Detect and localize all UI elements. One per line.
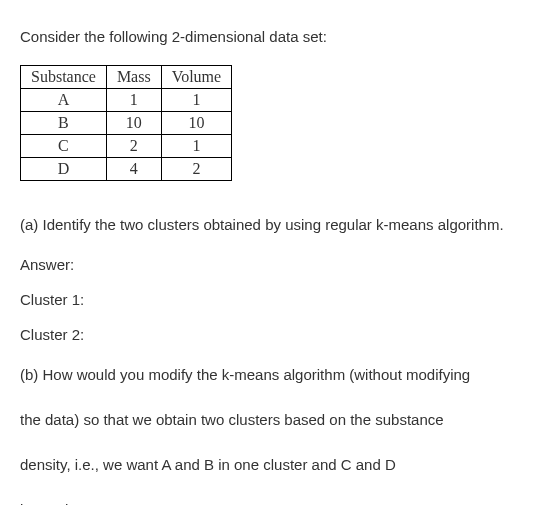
table-header-row: Substance Mass Volume	[21, 66, 232, 89]
cell-volume: 10	[161, 112, 231, 135]
header-substance: Substance	[21, 66, 107, 89]
intro-text: Consider the following 2-dimensional dat…	[20, 28, 529, 45]
cell-mass: 10	[106, 112, 161, 135]
cluster-2-label: Cluster 2:	[20, 326, 529, 343]
header-volume: Volume	[161, 66, 231, 89]
cell-substance: C	[21, 135, 107, 158]
cell-mass: 2	[106, 135, 161, 158]
cell-volume: 1	[161, 135, 231, 158]
question-a: (a) Identify the two clusters obtained b…	[20, 211, 529, 238]
table-row: D 4 2	[21, 158, 232, 181]
question-b-line2: the data) so that we obtain two clusters…	[20, 406, 529, 433]
table-row: C 2 1	[21, 135, 232, 158]
cell-substance: B	[21, 112, 107, 135]
cell-mass: 4	[106, 158, 161, 181]
data-table: Substance Mass Volume A 1 1 B 10 10 C 2 …	[20, 65, 232, 181]
header-mass: Mass	[106, 66, 161, 89]
question-b-line4: in another.	[20, 496, 529, 505]
table-row: B 10 10	[21, 112, 232, 135]
cell-mass: 1	[106, 89, 161, 112]
table-row: A 1 1	[21, 89, 232, 112]
question-b-line3: density, i.e., we want A and B in one cl…	[20, 451, 529, 478]
cell-substance: A	[21, 89, 107, 112]
cluster-1-label: Cluster 1:	[20, 291, 529, 308]
cell-volume: 1	[161, 89, 231, 112]
question-b-line1: (b) How would you modify the k-means alg…	[20, 361, 529, 388]
answer-label-a: Answer:	[20, 256, 529, 273]
cell-substance: D	[21, 158, 107, 181]
cell-volume: 2	[161, 158, 231, 181]
